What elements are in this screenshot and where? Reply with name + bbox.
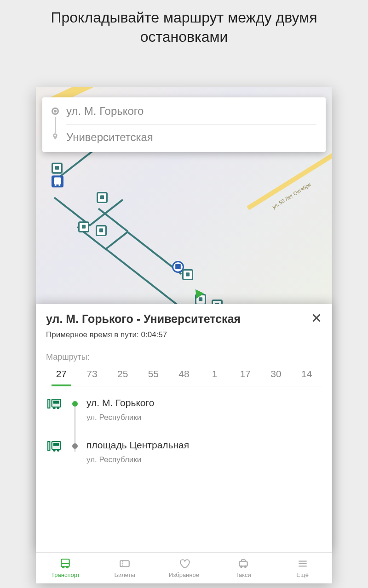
- svg-rect-4: [100, 195, 104, 199]
- stop-sub: ул. Республики: [86, 455, 322, 464]
- route-tab-30[interactable]: 30: [261, 368, 292, 386]
- stop-text: площадь Центральная ул. Республики: [86, 440, 322, 464]
- stop-dot: [72, 443, 78, 449]
- routes-section: Маршруты: 27732555481173014: [36, 344, 332, 386]
- close-button[interactable]: [309, 311, 324, 325]
- svg-rect-27: [239, 562, 247, 566]
- bus-stop-icon[interactable]: [78, 221, 89, 232]
- search-card: ул. М. Горького Университетская: [42, 97, 326, 152]
- more-icon: [297, 558, 309, 570]
- nav-label: Билеты: [114, 571, 135, 578]
- nav-item-bus[interactable]: Транспорт: [36, 553, 95, 583]
- route-tab-25[interactable]: 25: [107, 368, 138, 386]
- stop-name: площадь Центральная: [86, 440, 322, 451]
- origin-row[interactable]: ул. М. Горького: [52, 105, 316, 118]
- svg-rect-13: [53, 401, 59, 404]
- stop-sub: ул. Республики: [86, 413, 322, 422]
- panel-title: ул. М. Горького - Университетская: [46, 312, 322, 326]
- svg-point-2: [58, 184, 60, 186]
- svg-rect-11: [48, 399, 50, 408]
- connector-line: [55, 117, 56, 133]
- bus-stop-origin[interactable]: [52, 175, 63, 187]
- bottom-nav: ТранспортБилетыИзбранноеТаксиЕщё: [36, 552, 332, 583]
- bus-icon: [47, 397, 63, 411]
- svg-rect-5: [82, 225, 86, 228]
- svg-point-19: [53, 449, 55, 452]
- bus-icon: [47, 440, 63, 453]
- taxi-icon: [237, 558, 249, 570]
- svg-point-20: [57, 449, 59, 452]
- destination-text: Университетская: [66, 131, 153, 144]
- bus-stop-icon[interactable]: [52, 163, 63, 174]
- route-tab-73[interactable]: 73: [77, 368, 108, 386]
- nav-item-more[interactable]: Ещё: [273, 553, 332, 583]
- origin-text: ул. М. Горького: [66, 105, 144, 118]
- nav-label: Избранное: [169, 571, 199, 578]
- svg-rect-16: [48, 441, 50, 450]
- route-panel: ул. М. Горького - Университетская Пример…: [36, 304, 332, 552]
- route-tabs: 27732555481173014: [46, 368, 322, 386]
- route-tab-27[interactable]: 27: [46, 368, 77, 386]
- panel-header: ул. М. Горького - Университетская Пример…: [36, 304, 332, 344]
- route-tab-17[interactable]: 17: [230, 368, 261, 386]
- stop-row[interactable]: площадь Центральная ул. Республики: [46, 440, 322, 482]
- svg-rect-3: [55, 166, 59, 170]
- nav-item-taxi[interactable]: Такси: [213, 553, 273, 583]
- search-divider: [66, 124, 316, 124]
- svg-point-24: [67, 566, 68, 568]
- routes-label: Маршруты:: [46, 352, 322, 362]
- nav-label: Транспорт: [51, 571, 80, 578]
- svg-rect-0: [54, 177, 61, 184]
- svg-rect-18: [53, 443, 59, 446]
- svg-rect-6: [99, 228, 103, 232]
- travel-time-label: Примерное время в пути: 0:04:57: [46, 330, 322, 339]
- nav-label: Ещё: [296, 571, 309, 578]
- svg-point-28: [241, 566, 242, 567]
- svg-point-14: [53, 407, 55, 409]
- nav-item-heart[interactable]: Избранное: [155, 553, 214, 583]
- phone-frame: ул. 50 Лет Октября ул. М. Горького: [36, 87, 332, 583]
- ticket-icon: [119, 558, 131, 570]
- route-tab-1[interactable]: 1: [199, 368, 230, 386]
- route-tab-48[interactable]: 48: [169, 368, 200, 386]
- svg-rect-9: [199, 297, 202, 301]
- svg-rect-25: [120, 561, 129, 567]
- stop-row[interactable]: ул. М. Горького ул. Республики: [46, 397, 322, 440]
- bus-stop-icon[interactable]: [96, 225, 107, 236]
- svg-point-1: [55, 184, 57, 186]
- bus-stop-icon[interactable]: [97, 192, 108, 203]
- stop-name: ул. М. Горького: [86, 397, 322, 408]
- svg-point-15: [57, 407, 59, 409]
- route-tab-14[interactable]: 14: [291, 368, 322, 386]
- stop-dot-col: [72, 397, 78, 407]
- destination-row[interactable]: Университетская: [52, 131, 316, 144]
- stop-text: ул. М. Горького ул. Республики: [86, 397, 322, 422]
- svg-rect-8: [186, 272, 190, 276]
- svg-rect-21: [62, 559, 69, 566]
- stop-dot-col: [72, 440, 78, 449]
- stops-list: ул. М. Горького ул. Республики площадь Ц…: [36, 386, 332, 552]
- svg-point-29: [244, 566, 246, 567]
- bus-stop-icon[interactable]: [182, 269, 193, 280]
- bus-icon: [59, 558, 71, 570]
- close-icon: [310, 312, 322, 324]
- nav-label: Такси: [236, 571, 251, 578]
- route-tab-55[interactable]: 55: [138, 368, 169, 386]
- stop-dot: [72, 401, 78, 407]
- nav-item-ticket[interactable]: Билеты: [95, 553, 155, 583]
- stop-icon-col: [46, 440, 63, 453]
- stop-icon-col: [46, 397, 63, 411]
- origin-icon: [52, 107, 59, 115]
- heart-icon: [178, 558, 190, 570]
- header-text: Прокладывайте маршрут между двумя остано…: [0, 0, 368, 46]
- svg-rect-7: [175, 264, 181, 269]
- svg-point-23: [63, 566, 64, 568]
- pin-icon: [52, 133, 59, 142]
